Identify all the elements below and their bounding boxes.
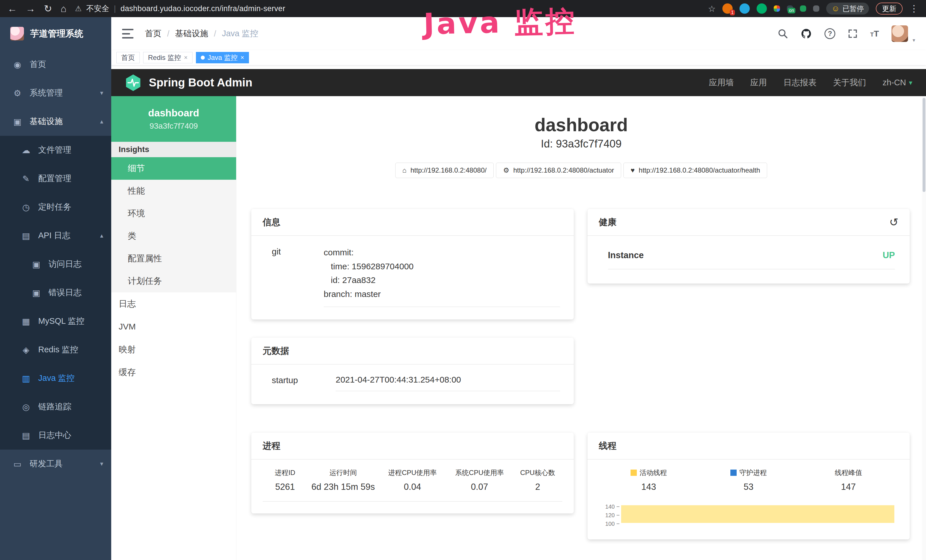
sidebar-item-scheduled-jobs[interactable]: ◷ 定时任务 <box>0 193 111 221</box>
emoji-face-icon: ☺ <box>831 4 840 13</box>
chrome-menu-icon[interactable]: ⋮ <box>909 3 918 14</box>
sidebar-item-dev-tools[interactable]: ▭ 研发工具 ▾ <box>0 450 111 478</box>
sidebar-item-error-logs[interactable]: ▣ 错误日志 <box>0 278 111 307</box>
threads-card-header: 线程 <box>587 433 910 460</box>
tag-redis-monitor[interactable]: Redis 监控 × <box>143 52 192 64</box>
extension-drop-icon[interactable] <box>740 3 750 14</box>
font-size-icon[interactable]: TT <box>870 29 879 38</box>
extension-puzzle-icon[interactable] <box>813 5 819 12</box>
redis-icon: ◈ <box>21 345 31 355</box>
sba-content: dashboard Id: 93a3fc7f7409 ⌂ http://192.… <box>236 96 926 560</box>
sidebar-item-config-management[interactable]: ✎ 配置管理 <box>0 164 111 193</box>
live-threads-band <box>621 505 895 523</box>
scrollbar-thumb[interactable] <box>923 98 925 192</box>
sba-menu-details[interactable]: 细节 <box>111 157 236 180</box>
address-divider: | <box>114 4 116 13</box>
breadcrumb-item[interactable]: 首页 <box>145 28 162 39</box>
monitor-icon: ▥ <box>21 374 31 383</box>
eye-icon: ◎ <box>21 402 31 412</box>
sidebar-item-home[interactable]: ◉ 首页 <box>0 50 111 79</box>
sba-body: dashboard 93a3fc7f7409 Insights 细节 性能 环境… <box>111 96 926 560</box>
sba-menu-configprops[interactable]: 配置属性 <box>111 247 236 270</box>
extension-green-icon[interactable] <box>757 3 767 14</box>
tag-home[interactable]: 首页 <box>117 52 140 64</box>
process-card-header: 进程 <box>251 433 574 460</box>
sidebar-item-access-logs[interactable]: ▣ 访问日志 <box>0 250 111 278</box>
sidebar-item-label: 首页 <box>30 59 46 70</box>
wrench-icon: ⚙ <box>503 166 509 174</box>
threads-chart: 140 120 100 <box>599 502 899 539</box>
user-avatar[interactable] <box>891 26 908 42</box>
update-button[interactable]: 更新 <box>876 3 903 15</box>
instance-header[interactable]: dashboard 93a3fc7f7409 <box>111 96 236 142</box>
tag-label: 首页 <box>121 53 135 62</box>
sidebar-item-file-management[interactable]: ☁ 文件管理 <box>0 136 111 164</box>
sba-menu-environment[interactable]: 环境 <box>111 202 236 225</box>
sba-menu-logfile[interactable]: 日志 <box>111 292 236 315</box>
extension-grid-icon[interactable] <box>774 5 780 12</box>
language-select[interactable]: zh-CN ▾ <box>883 78 912 87</box>
sba-nav-wallboard[interactable]: 应用墙 <box>709 77 734 88</box>
instance-id: 93a3fc7f7409 <box>150 121 198 131</box>
sidebar-item-redis-monitor[interactable]: ◈ Redis 监控 <box>0 336 111 364</box>
github-icon[interactable] <box>800 28 812 39</box>
tag-java-monitor[interactable]: Java 监控 × <box>196 52 249 64</box>
sidebar-item-tracing[interactable]: ◎ 链路追踪 <box>0 392 111 421</box>
sba-nav-applications[interactable]: 应用 <box>750 77 767 88</box>
service-url-link[interactable]: ⌂ http://192.168.0.2:48080/ <box>395 163 494 178</box>
bookmark-star-icon[interactable]: ☆ <box>708 4 716 14</box>
sba-nav-about[interactable]: 关于我们 <box>833 77 866 88</box>
sba-menu-jvm[interactable]: JVM <box>111 315 236 338</box>
log-file-icon: ▣ <box>31 259 42 269</box>
refresh-icon[interactable]: ↻ <box>44 4 52 14</box>
tick-mark <box>617 524 619 524</box>
sba-menu-caches[interactable]: 缓存 <box>111 361 236 384</box>
sba-nav-journal[interactable]: 日志报表 <box>784 77 817 88</box>
health-url-link[interactable]: ♥ http://192.168.0.2:48080/actuator/heal… <box>623 163 767 178</box>
paused-chip[interactable]: ☺ 已暂停 <box>826 3 869 15</box>
sba-menu-mappings[interactable]: 映射 <box>111 338 236 361</box>
process-value-cpu: 0.04 <box>379 482 446 492</box>
sidebar-item-api-logs[interactable]: ▤ API 日志 ▴ <box>0 221 111 250</box>
sidebar-item-system[interactable]: ⚙ 系统管理 ▾ <box>0 79 111 107</box>
sba-menu-classes[interactable]: 类 <box>111 225 236 247</box>
search-icon[interactable] <box>778 29 788 39</box>
forward-icon[interactable]: → <box>26 4 35 14</box>
home-icon[interactable]: ⌂ <box>61 4 67 14</box>
sidebar-item-mysql-monitor[interactable]: ▦ MySQL 监控 <box>0 307 111 336</box>
help-icon[interactable]: ? <box>825 28 835 39</box>
legend-label: 线程峰值 <box>835 468 862 477</box>
breadcrumb-item[interactable]: 基础设施 <box>175 28 208 39</box>
sba-brand-title[interactable]: Spring Boot Admin <box>149 76 253 89</box>
sidebar-item-java-monitor[interactable]: ▥ Java 监控 <box>0 364 111 392</box>
extension-switch-icon[interactable]: on <box>787 5 793 12</box>
gear-icon: ⚙ <box>12 88 23 98</box>
sidebar-item-label: 链路追踪 <box>38 401 71 413</box>
clock-icon: ◷ <box>21 202 31 212</box>
process-value-pid: 5261 <box>263 482 307 492</box>
log-file-icon: ▣ <box>31 288 42 298</box>
fullscreen-icon[interactable] <box>848 29 858 38</box>
legend-live-threads: 活动线程 143 <box>599 468 699 492</box>
sba-menu-metrics[interactable]: 性能 <box>111 180 236 202</box>
cloud-icon: ☁ <box>21 145 31 155</box>
chart-y-axis: 140 120 100 <box>599 502 619 539</box>
y-tick-label: 120 <box>605 512 614 519</box>
cards-area: 信息 git commit: time: 1596289704000 id: 2… <box>236 209 926 539</box>
actuator-url-link[interactable]: ⚙ http://192.168.0.2:48080/actuator <box>496 163 621 178</box>
extension-leaf-icon[interactable] <box>800 5 806 12</box>
sidebar-item-infra[interactable]: ▣ 基础设施 ▴ <box>0 107 111 136</box>
history-icon[interactable]: ↺ <box>889 216 898 229</box>
back-icon[interactable]: ← <box>8 4 17 14</box>
hamburger-icon[interactable] <box>122 29 133 38</box>
sidebar-item-label: 研发工具 <box>30 458 63 469</box>
close-icon[interactable]: × <box>184 54 188 61</box>
extension-fox-icon[interactable]: 1 <box>722 3 732 14</box>
info-value: commit: time: 1596289704000 id: 27aa832 … <box>324 246 560 307</box>
scrollbar[interactable] <box>922 96 926 560</box>
close-icon[interactable]: × <box>241 54 244 61</box>
sba-menu-scheduled-tasks[interactable]: 计划任务 <box>111 270 236 292</box>
sidebar-item-log-center[interactable]: ▤ 日志中心 <box>0 421 111 450</box>
address-bar[interactable]: ⚠ 不安全 | dashboard.yudao.iocoder.cn/infra… <box>75 3 285 14</box>
sidebar-item-label: MySQL 监控 <box>38 316 85 327</box>
